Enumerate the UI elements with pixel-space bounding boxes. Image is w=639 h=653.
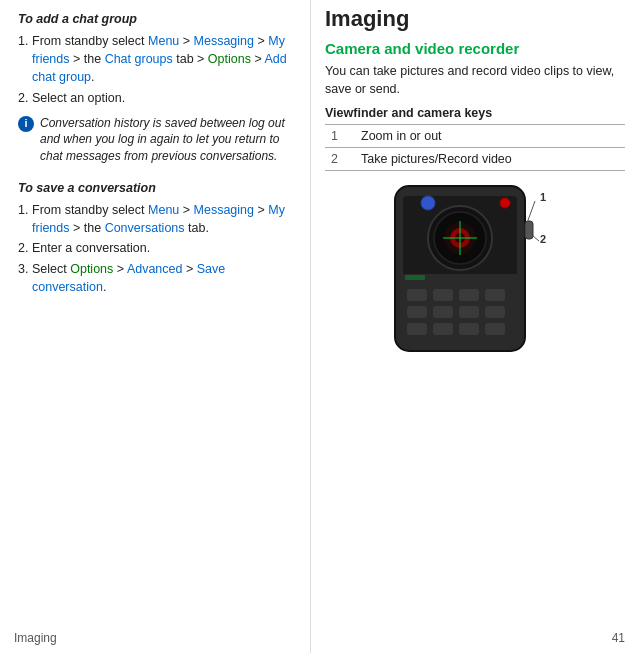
footer-right: 41 — [612, 631, 625, 645]
link-conversations: Conversations — [105, 221, 185, 235]
link-options: Options — [208, 52, 251, 66]
list-item: From standby select Menu > Messaging > M… — [32, 201, 296, 237]
svg-rect-18 — [485, 306, 505, 318]
camera-image-container: 1 2 — [325, 181, 625, 356]
table-row: 2 Take pictures/Record video — [325, 148, 625, 171]
link-menu: Menu — [148, 34, 179, 48]
list-item: From standby select Menu > Messaging > M… — [32, 32, 296, 86]
viewfinder-table: 1 Zoom in or out 2 Take pictures/Record … — [325, 124, 625, 171]
svg-rect-10 — [405, 275, 425, 280]
section2-title: To save a conversation — [18, 179, 296, 197]
link-options2: Options — [70, 262, 113, 276]
svg-text:2: 2 — [540, 233, 546, 245]
section-title: Camera and video recorder — [325, 40, 625, 57]
link-menu2: Menu — [148, 203, 179, 217]
table-cell-num: 2 — [325, 148, 355, 171]
svg-rect-12 — [433, 289, 453, 301]
right-column: Imaging Camera and video recorder You ca… — [310, 0, 639, 653]
left-column: To add a chat group From standby select … — [0, 0, 310, 653]
list-item: Select an option. — [32, 89, 296, 107]
svg-point-28 — [500, 198, 510, 208]
svg-rect-17 — [459, 306, 479, 318]
table-cell-num: 1 — [325, 125, 355, 148]
section2-steps: From standby select Menu > Messaging > M… — [32, 201, 296, 296]
subheading: Viewfinder and camera keys — [325, 106, 625, 120]
svg-point-29 — [421, 196, 435, 210]
svg-rect-23 — [525, 221, 533, 239]
svg-rect-16 — [433, 306, 453, 318]
svg-rect-21 — [459, 323, 479, 335]
svg-rect-19 — [407, 323, 427, 335]
svg-rect-20 — [433, 323, 453, 335]
link-chatgroups: Chat groups — [105, 52, 173, 66]
svg-rect-22 — [485, 323, 505, 335]
link-messaging: Messaging — [194, 34, 254, 48]
svg-text:1: 1 — [540, 191, 546, 203]
camera-image: 1 2 — [365, 181, 585, 356]
svg-line-27 — [533, 236, 539, 241]
table-cell-label: Take pictures/Record video — [355, 148, 625, 171]
note-text: Conversation history is saved between lo… — [40, 115, 296, 165]
page-title: Imaging — [325, 6, 625, 32]
link-advanced: Advanced — [127, 262, 183, 276]
svg-rect-13 — [459, 289, 479, 301]
note-icon: i — [18, 116, 34, 132]
note-block: i Conversation history is saved between … — [18, 115, 296, 165]
svg-line-25 — [527, 201, 535, 223]
section1-steps: From standby select Menu > Messaging > M… — [32, 32, 296, 107]
section1-title: To add a chat group — [18, 10, 296, 28]
table-row: 1 Zoom in or out — [325, 125, 625, 148]
footer-left: Imaging — [14, 631, 57, 645]
link-messaging2: Messaging — [194, 203, 254, 217]
svg-rect-14 — [485, 289, 505, 301]
intro-text: You can take pictures and record video c… — [325, 62, 625, 98]
list-item: Select Options > Advanced > Save convers… — [32, 260, 296, 296]
list-item: Enter a conversation. — [32, 239, 296, 257]
svg-rect-15 — [407, 306, 427, 318]
svg-rect-11 — [407, 289, 427, 301]
table-cell-label: Zoom in or out — [355, 125, 625, 148]
